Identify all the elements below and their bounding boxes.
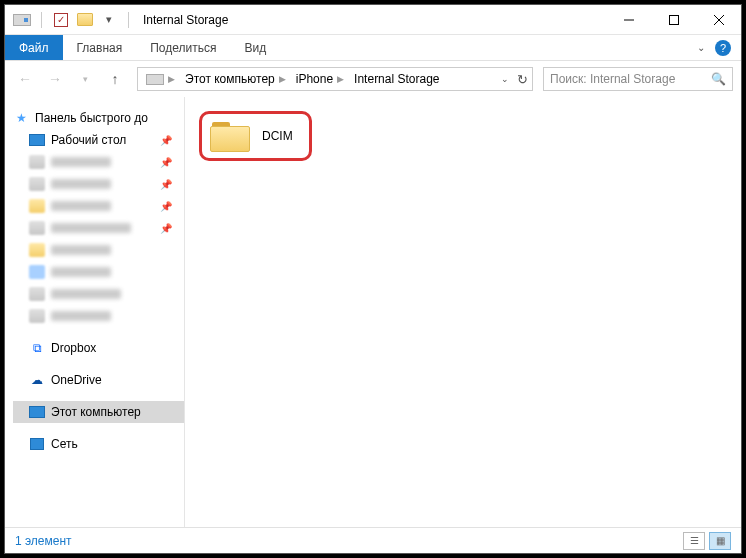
search-icon[interactable]: 🔍 — [711, 72, 726, 86]
window-title: Internal Storage — [143, 13, 228, 27]
crumb-this-pc[interactable]: Этот компьютер▶ — [181, 72, 290, 86]
crumb-root-icon[interactable]: ▶ — [142, 74, 179, 85]
help-icon[interactable]: ? — [715, 40, 731, 56]
item-count: 1 элемент — [15, 534, 72, 548]
sidebar-item-blurred[interactable]: 📌 — [13, 195, 184, 217]
folder-icon — [210, 120, 250, 152]
network-icon — [29, 436, 45, 452]
sidebar-item-blurred[interactable]: 📌 — [13, 173, 184, 195]
tab-view[interactable]: Вид — [230, 35, 280, 60]
sidebar-quick-access[interactable]: ★ Панель быстрого до — [13, 107, 184, 129]
recent-locations-icon[interactable]: ▾ — [73, 67, 97, 91]
address-dropdown-icon[interactable]: ⌄ — [501, 74, 509, 84]
pin-icon: 📌 — [160, 157, 172, 168]
star-icon: ★ — [13, 110, 29, 126]
content-pane[interactable]: DCIM — [185, 97, 741, 527]
minimize-button[interactable] — [606, 5, 651, 35]
address-bar[interactable]: ▶ Этот компьютер▶ iPhone▶ Internal Stora… — [137, 67, 533, 91]
status-bar: 1 элемент ☰ ▦ — [5, 527, 741, 553]
details-view-icon[interactable]: ☰ — [683, 532, 705, 550]
pin-icon: 📌 — [160, 135, 172, 146]
tab-share[interactable]: Поделиться — [136, 35, 230, 60]
sidebar-item-blurred[interactable]: 📌 — [13, 217, 184, 239]
sidebar-item-blurred[interactable] — [13, 239, 184, 261]
onedrive-icon: ☁ — [29, 372, 45, 388]
crumb-internal-storage[interactable]: Internal Storage — [350, 72, 443, 86]
titlebar[interactable]: ✓ ▾ Internal Storage — [5, 5, 741, 35]
tab-file[interactable]: Файл — [5, 35, 63, 60]
refresh-icon[interactable]: ↻ — [517, 72, 528, 87]
sidebar-item-blurred[interactable] — [13, 305, 184, 327]
address-controls: ⌄ ↻ — [501, 72, 528, 87]
sidebar-item-blurred[interactable]: 📌 — [13, 151, 184, 173]
divider — [128, 12, 129, 28]
sidebar-dropbox[interactable]: ⧉ Dropbox — [13, 337, 184, 359]
sidebar-item-blurred[interactable] — [13, 283, 184, 305]
sidebar-item-blurred[interactable] — [13, 261, 184, 283]
forward-button[interactable]: → — [43, 67, 67, 91]
window-controls — [606, 5, 741, 35]
body: ★ Панель быстрого до Рабочий стол 📌 📌 📌 … — [5, 97, 741, 527]
folder-dcim[interactable]: DCIM — [199, 111, 312, 161]
dropbox-icon: ⧉ — [29, 340, 45, 356]
svg-rect-1 — [669, 15, 678, 24]
pc-icon — [29, 404, 45, 420]
properties-qat-icon[interactable]: ✓ — [52, 11, 70, 29]
folder-qat-icon[interactable] — [76, 11, 94, 29]
drive-icon — [13, 11, 31, 29]
maximize-button[interactable] — [651, 5, 696, 35]
sidebar-item-desktop[interactable]: Рабочий стол 📌 — [13, 129, 184, 151]
sidebar-network[interactable]: Сеть — [13, 433, 184, 455]
search-input[interactable]: Поиск: Internal Storage 🔍 — [543, 67, 733, 91]
sidebar-this-pc[interactable]: Этот компьютер — [13, 401, 184, 423]
divider — [41, 12, 42, 28]
navigation-bar: ← → ▾ ↑ ▶ Этот компьютер▶ iPhone▶ Intern… — [5, 61, 741, 97]
folder-label: DCIM — [262, 129, 293, 143]
pin-icon: 📌 — [160, 223, 172, 234]
pin-icon: 📌 — [160, 201, 172, 212]
close-button[interactable] — [696, 5, 741, 35]
view-switcher: ☰ ▦ — [683, 532, 731, 550]
sidebar-onedrive[interactable]: ☁ OneDrive — [13, 369, 184, 391]
collapse-ribbon-icon[interactable]: ⌄ — [697, 42, 705, 53]
icons-view-icon[interactable]: ▦ — [709, 532, 731, 550]
tab-home[interactable]: Главная — [63, 35, 137, 60]
quick-access-toolbar: ✓ ▾ — [5, 11, 133, 29]
ribbon-tabs: Файл Главная Поделиться Вид ⌄ ? — [5, 35, 741, 61]
search-placeholder: Поиск: Internal Storage — [550, 72, 675, 86]
crumb-iphone[interactable]: iPhone▶ — [292, 72, 348, 86]
qat-overflow-icon[interactable]: ▾ — [100, 11, 118, 29]
ribbon-help-area: ⌄ ? — [697, 35, 741, 60]
back-button[interactable]: ← — [13, 67, 37, 91]
up-button[interactable]: ↑ — [103, 67, 127, 91]
explorer-window: ✓ ▾ Internal Storage Файл Главная Подели… — [4, 4, 742, 554]
navigation-pane[interactable]: ★ Панель быстрого до Рабочий стол 📌 📌 📌 … — [5, 97, 185, 527]
desktop-icon — [29, 132, 45, 148]
pin-icon: 📌 — [160, 179, 172, 190]
